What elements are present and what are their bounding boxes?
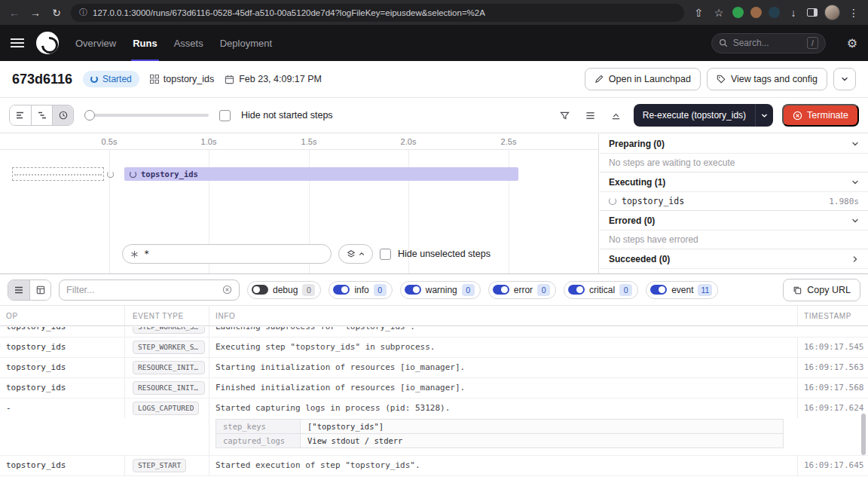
log-op: topstory_ids xyxy=(0,327,124,337)
table-row[interactable]: topstory_ids STEP_WORKER_STARTING Launch… xyxy=(0,327,868,338)
address-bar[interactable]: ⓘ 127.0.0.1:3000/runs/673d6116-0528-45df… xyxy=(71,4,684,22)
nav-item-deployment[interactable]: Deployment xyxy=(220,38,272,49)
reexecute-label[interactable]: Re-execute (topstory_ids) xyxy=(634,104,755,127)
zoom-slider-knob[interactable] xyxy=(84,110,95,121)
log-info: Launching subprocess for "topstory_ids". xyxy=(215,327,791,337)
hamburger-menu-icon[interactable] xyxy=(11,38,24,47)
page-info-icon[interactable]: ⓘ xyxy=(79,7,87,18)
section-executing[interactable]: Executing (1) xyxy=(600,173,868,192)
log-timestamp: 16:09:17.563 xyxy=(797,358,868,377)
op-selector-icon xyxy=(130,250,139,258)
extension-icon[interactable] xyxy=(750,7,762,18)
filter-funnel-icon[interactable] xyxy=(557,107,573,124)
toggle-switch[interactable] xyxy=(252,285,268,295)
pencil-icon xyxy=(594,75,604,84)
section-succeeded[interactable]: Succeeded (0) xyxy=(600,249,868,269)
run-header-more-button[interactable] xyxy=(833,68,856,90)
zoom-slider[interactable] xyxy=(84,110,209,121)
log-scrollbar-thumb[interactable] xyxy=(861,414,866,455)
zoom-slider-track[interactable] xyxy=(93,114,209,117)
run-status-side-panel: Preparing (0) No steps are waiting to ex… xyxy=(600,134,868,273)
gear-icon[interactable]: ⚙ xyxy=(847,36,857,50)
level-count-badge: 0 xyxy=(302,284,315,296)
event-type-chip: STEP_WORKER_STARTED xyxy=(133,341,205,354)
toggle-switch[interactable] xyxy=(493,285,509,295)
graph-query-toggle-button[interactable] xyxy=(338,244,373,264)
copy-url-button[interactable]: Copy URL xyxy=(783,279,860,301)
flat-view-icon[interactable] xyxy=(10,105,31,125)
dagster-logo[interactable] xyxy=(36,32,59,54)
clear-filter-icon[interactable] xyxy=(222,285,232,295)
log-view-toggle xyxy=(8,279,51,301)
axis-tick: 2.5s xyxy=(501,137,517,146)
table-row[interactable]: topstory_ids RESOURCE_INIT_STARTED Start… xyxy=(0,358,868,378)
nav-item-assets[interactable]: Assets xyxy=(174,38,203,49)
gantt-chart: 0.5s 1.0s 1.5s 2.0s 2.5s topstory_ids xyxy=(0,134,599,273)
terminate-button[interactable]: Terminate xyxy=(782,104,859,127)
raw-log-view-icon[interactable] xyxy=(29,280,50,300)
toggle-switch[interactable] xyxy=(405,285,421,295)
toggle-switch[interactable] xyxy=(650,285,667,295)
job-name-item[interactable]: topstory_ids xyxy=(150,74,214,84)
log-info: Started execution of step "topstory_ids"… xyxy=(215,456,791,475)
section-errored[interactable]: Errored (0) xyxy=(600,211,868,231)
side-panel-icon[interactable] xyxy=(807,8,818,17)
toggle-switch[interactable] xyxy=(333,285,350,295)
reload-icon[interactable]: ↻ xyxy=(50,8,63,18)
level-toggle-error[interactable]: error 0 xyxy=(488,281,556,299)
table-row[interactable]: - LOGS_CAPTURED Started capturing logs i… xyxy=(0,399,868,456)
table-row[interactable]: topstory_ids STEP_WORKER_STARTED Executi… xyxy=(0,338,868,358)
nav-item-runs[interactable]: Runs xyxy=(133,38,157,49)
hide-unselected-checkbox[interactable] xyxy=(380,249,391,260)
level-label: warning xyxy=(426,285,457,295)
level-toggle-warning[interactable]: warning 0 xyxy=(400,281,481,299)
open-in-launchpad-button[interactable]: Open in Launchpad xyxy=(585,68,701,90)
toggle-switch[interactable] xyxy=(568,285,585,295)
downloads-icon[interactable]: ↓ xyxy=(787,8,800,18)
view-tags-config-button[interactable]: View tags and config xyxy=(707,68,827,90)
nav-item-overview[interactable]: Overview xyxy=(75,38,116,49)
timed-view-icon[interactable] xyxy=(52,105,73,125)
browser-chrome: ← → ↻ ⓘ 127.0.0.1:3000/runs/673d6116-052… xyxy=(0,0,868,25)
extension-icon[interactable] xyxy=(732,7,744,18)
spinner-icon xyxy=(130,171,136,178)
forward-icon[interactable]: → xyxy=(29,8,42,18)
level-toggle-event[interactable]: event 11 xyxy=(646,281,718,299)
hide-not-started-checkbox[interactable] xyxy=(219,110,231,121)
gantt-step-bar[interactable]: topstory_ids xyxy=(124,167,518,181)
table-row[interactable]: topstory_ids RESOURCE_INIT_SUCCESS Finis… xyxy=(0,378,868,399)
reexecute-button[interactable]: Re-execute (topstory_ids) xyxy=(634,104,773,127)
level-toggle-debug[interactable]: debug 0 xyxy=(247,281,321,299)
search-shortcut-key: / xyxy=(807,37,818,49)
row-density-icon[interactable] xyxy=(582,107,599,124)
bookmark-star-icon[interactable]: ☆ xyxy=(712,8,726,18)
executing-step-row[interactable]: topstory_ids 1.980s xyxy=(600,192,868,211)
axis-tick: 1.0s xyxy=(201,137,217,146)
axis-tick: 1.5s xyxy=(301,137,317,146)
share-icon[interactable]: ⇧ xyxy=(692,8,705,18)
back-icon[interactable]: ← xyxy=(8,8,21,18)
extension-icon[interactable] xyxy=(769,7,780,18)
reexecute-dropdown-caret[interactable] xyxy=(755,104,773,127)
log-filter-input[interactable] xyxy=(66,285,218,295)
browser-profile-avatar[interactable] xyxy=(824,5,840,20)
waterfall-view-icon[interactable] xyxy=(31,105,52,125)
global-search[interactable]: Search... / xyxy=(711,33,826,53)
log-info-cell: Started capturing logs in process (pid: … xyxy=(209,399,797,455)
level-toggle-info[interactable]: info 0 xyxy=(329,281,392,299)
structured-log-view-icon[interactable] xyxy=(8,280,29,300)
section-title: Preparing (0) xyxy=(609,139,665,149)
metadata-key: captured_logs xyxy=(216,434,301,448)
step-selector[interactable] xyxy=(122,244,332,264)
view-stdout-stderr-link[interactable]: View stdout / stderr xyxy=(301,434,784,448)
level-toggle-critical[interactable]: critical 0 xyxy=(564,281,638,299)
collapse-all-icon[interactable] xyxy=(608,107,625,124)
step-selector-input[interactable] xyxy=(144,249,323,259)
browser-menu-icon[interactable]: ⋮ xyxy=(847,8,860,18)
log-info-cell: Starting initialization of resources [io… xyxy=(209,358,797,377)
log-filter[interactable] xyxy=(59,279,240,301)
log-info-cell: Launching subprocess for "topstory_ids". xyxy=(209,327,797,337)
section-preparing[interactable]: Preparing (0) xyxy=(600,134,868,154)
table-row[interactable]: topstory_ids STEP_START Started executio… xyxy=(0,456,868,476)
log-info-cell: Finished initialization of resources [io… xyxy=(209,378,797,398)
